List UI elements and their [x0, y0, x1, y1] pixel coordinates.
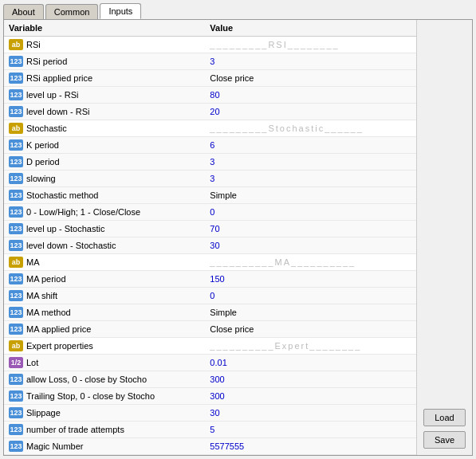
- row-value[interactable]: 0: [205, 204, 416, 221]
- row-variable: 123Magic Number: [4, 438, 205, 454]
- type-badge-123: 123: [9, 324, 23, 335]
- row-value[interactable]: 30: [205, 405, 416, 422]
- row-variable: 1230 - Low/High; 1 - Close/Close: [4, 204, 205, 220]
- window: AboutCommonInputs Variable Value abRSi__…: [0, 0, 476, 459]
- row-value[interactable]: 0.01: [205, 355, 416, 371]
- row-value[interactable]: 80: [205, 87, 416, 104]
- row-value[interactable]: 150: [205, 271, 416, 288]
- content-area: Variable Value abRSi_________RSI________…: [3, 19, 473, 456]
- type-badge-123: 123: [9, 106, 23, 117]
- sidebar-buttons: Load Save: [416, 20, 472, 455]
- type-badge-123: 123: [9, 206, 23, 218]
- row-value[interactable]: 300: [205, 388, 416, 405]
- variable-label: MA method: [26, 308, 71, 317]
- row-value[interactable]: 70: [205, 221, 416, 237]
- variable-label: allow Loss, 0 - close by Stocho: [26, 375, 147, 384]
- table-row: 123MA period150: [4, 271, 416, 288]
- variable-label: K period: [26, 140, 59, 150]
- variable-label: MA applied price: [26, 324, 91, 334]
- section-label: abMA: [4, 254, 205, 270]
- variable-label: MA shift: [26, 291, 57, 300]
- table-container: Variable Value abRSi_________RSI________…: [4, 20, 416, 455]
- table-row: 1230 - Low/High; 1 - Close/Close0: [4, 204, 416, 221]
- row-value[interactable]: 30: [205, 237, 416, 254]
- row-variable: 123K period: [4, 137, 205, 153]
- row-variable: 123number of trade attempts: [4, 422, 205, 437]
- row-variable: 123MA period: [4, 271, 205, 287]
- table-row: 123MA methodSimple: [4, 304, 416, 321]
- variable-label: RSi period: [26, 57, 67, 66]
- table-row: 123level down - Stochastic30: [4, 237, 416, 254]
- row-variable: 123MA method: [4, 304, 205, 320]
- table-row: abRSi_________RSI________: [4, 37, 416, 53]
- variable-label: RSi applied price: [26, 73, 92, 83]
- variable-label: level down - Stochastic: [26, 241, 116, 250]
- variable-label: number of trade attempts: [26, 425, 124, 434]
- row-value[interactable]: Simple: [205, 304, 416, 321]
- table-row: abMA__________MA__________: [4, 254, 416, 271]
- row-variable: 123Stochastic method: [4, 187, 205, 203]
- type-badge-ab: ab: [9, 340, 23, 351]
- variable-label: MA period: [26, 274, 66, 284]
- section-variable-label: RSi: [26, 40, 41, 49]
- row-value[interactable]: 300: [205, 371, 416, 388]
- row-variable: 123Trailing Stop, 0 - close by Stocho: [4, 388, 205, 404]
- row-value[interactable]: 0: [205, 288, 416, 304]
- variable-label: D period: [26, 157, 60, 167]
- type-badge-123: 123: [9, 374, 23, 385]
- type-badge-lot: 1/2: [9, 357, 23, 368]
- tab-about[interactable]: About: [3, 4, 44, 19]
- type-badge-ab: ab: [9, 39, 23, 50]
- type-badge-123: 123: [9, 290, 23, 301]
- table-row: 123K period6: [4, 137, 416, 154]
- row-value[interactable]: Close price: [205, 321, 416, 338]
- table-row: 123RSi applied priceClose price: [4, 70, 416, 87]
- section-value: __________MA__________: [205, 254, 416, 271]
- type-badge-123: 123: [9, 390, 23, 402]
- row-value[interactable]: 20: [205, 104, 416, 120]
- type-badge-123: 123: [9, 441, 23, 452]
- row-variable: 123RSi applied price: [4, 70, 205, 86]
- row-value[interactable]: 3: [205, 53, 416, 70]
- row-value[interactable]: 5577555: [205, 438, 416, 455]
- type-badge-123: 123: [9, 89, 23, 100]
- section-value: _________Stochastic______: [205, 120, 416, 137]
- table-row: 123Magic Number5577555: [4, 438, 416, 455]
- save-button[interactable]: Save: [423, 431, 466, 449]
- table-row: 123level down - RSi20: [4, 104, 416, 120]
- col-variable: Variable: [4, 20, 205, 37]
- tab-common[interactable]: Common: [45, 4, 99, 19]
- table-row: 123allow Loss, 0 - close by Stocho300: [4, 371, 416, 388]
- row-value[interactable]: 5: [205, 422, 416, 438]
- row-value[interactable]: Simple: [205, 187, 416, 204]
- section-label: abRSi: [4, 37, 205, 53]
- variable-label: Magic Number: [26, 441, 84, 451]
- table-row: 1/2Lot0.01: [4, 355, 416, 371]
- type-badge-123: 123: [9, 307, 23, 318]
- row-variable: 123level down - RSi: [4, 104, 205, 120]
- table-row: 123Trailing Stop, 0 - close by Stocho300: [4, 388, 416, 405]
- table-row: 123slowing3: [4, 171, 416, 187]
- type-badge-ab: ab: [9, 257, 23, 268]
- section-variable-label: Expert properties: [26, 341, 93, 351]
- row-variable: 123level up - Stochastic: [4, 221, 205, 237]
- row-value[interactable]: 3: [205, 154, 416, 171]
- type-badge-ab: ab: [9, 123, 23, 134]
- col-value: Value: [205, 20, 416, 37]
- variable-label: Trailing Stop, 0 - close by Stocho: [26, 391, 155, 401]
- tab-inputs[interactable]: Inputs: [100, 3, 141, 19]
- row-value[interactable]: Close price: [205, 70, 416, 87]
- section-value: _________RSI________: [205, 37, 416, 53]
- section-variable-label: Stochastic: [26, 124, 67, 133]
- table-row: 123level up - RSi80: [4, 87, 416, 104]
- table-row: 123MA applied priceClose price: [4, 321, 416, 338]
- load-button[interactable]: Load: [423, 409, 466, 426]
- row-value[interactable]: 6: [205, 137, 416, 154]
- variable-label: level down - RSi: [26, 107, 89, 116]
- section-label: abStochastic: [4, 120, 205, 136]
- row-value[interactable]: 3: [205, 171, 416, 187]
- table-row: abExpert properties__________Expert_____…: [4, 338, 416, 355]
- table-row: 123D period3: [4, 154, 416, 171]
- section-value: __________Expert________: [205, 338, 416, 355]
- type-badge-123: 123: [9, 190, 23, 201]
